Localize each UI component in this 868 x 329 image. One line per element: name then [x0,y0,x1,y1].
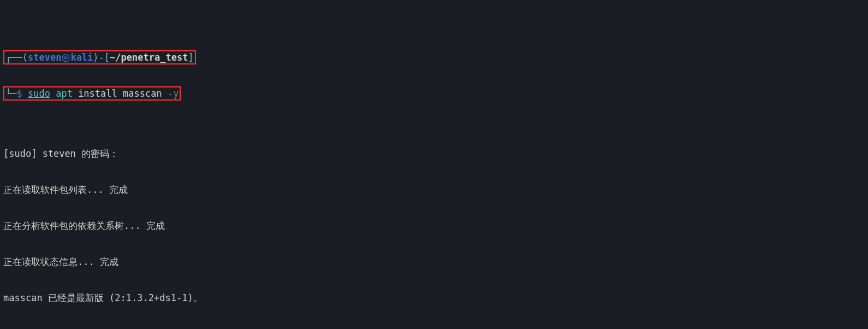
prompt-corner: ┌── [5,52,22,63]
output-line: 正在读取软件包列表... 完成 [3,184,865,196]
cmd-flag: -y [168,88,179,99]
prompt-user: steven [28,52,61,63]
terminal-window[interactable]: ┌──(steven㉿kali)-[~/penetra_test] └─$ su… [0,0,868,329]
prompt-corner-bot: └─ [5,88,16,99]
dollar-sign: $ [16,88,22,99]
cmd-install: install masscan [73,88,168,99]
bracket-r: ] [188,52,193,63]
bracket-l: [ [104,52,110,63]
cmd-sudo: sudo [28,88,50,99]
cmd-apt: apt [50,88,73,99]
prompt-1-top: ┌──(steven㉿kali)-[~/penetra_test] [3,51,865,63]
prompt-path: ~/penetra_test [110,52,188,63]
skull-icon: ㉿ [61,52,70,63]
paren-l: ( [22,52,28,63]
highlight-box-1: ┌──(steven㉿kali)-[~/penetra_test] [3,50,196,64]
output-line: 正在分析软件包的依赖关系树... 完成 [3,220,865,232]
output-line: [sudo] steven 的密码： [3,148,865,160]
prompt-1-bottom: └─$ sudo apt install masscan -y [3,87,865,99]
output-line: 正在读取状态信息... 完成 [3,256,865,268]
highlight-box-1b: └─$ sudo apt install masscan -y [3,86,181,101]
prompt-host: kali [70,52,93,63]
dash: - [99,52,104,63]
output-line: masscan 已经是最新版 (2:1.3.2+ds1-1)。 [3,292,865,304]
paren-r: ) [93,52,98,63]
